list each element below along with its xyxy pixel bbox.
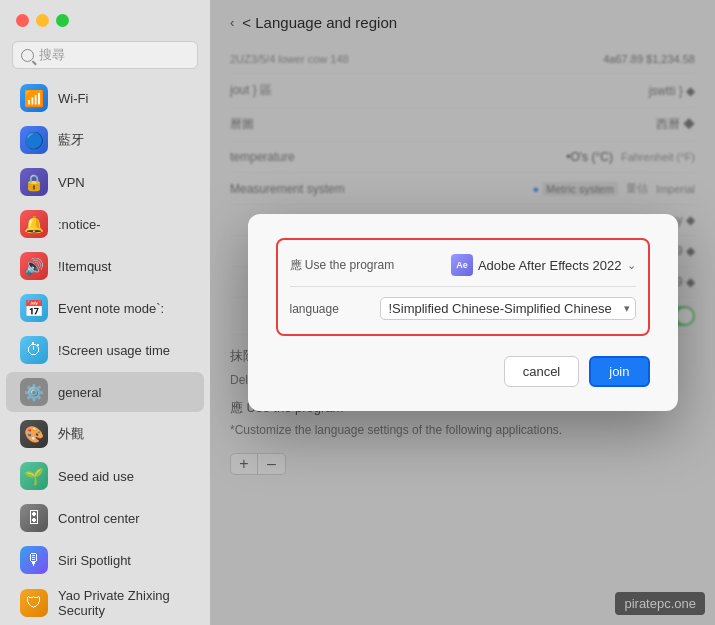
sidebar-item-seed[interactable]: 🌱 Seed aid use <box>6 456 204 496</box>
cancel-button[interactable]: cancel <box>504 356 580 387</box>
sidebar-item-yao[interactable]: 🛡 Yao Private Zhixing Security <box>6 582 204 624</box>
sidebar-label-wifi: Wi-Fi <box>58 91 88 106</box>
maximize-button[interactable] <box>56 14 69 27</box>
sidebar-item-bluetooth[interactable]: 🔵 藍牙 <box>6 120 204 160</box>
yao-icon: 🛡 <box>20 589 48 617</box>
sidebar-item-event[interactable]: 📅 Event note mode`: <box>6 288 204 328</box>
dialog-buttons: cancel join <box>276 356 650 387</box>
traffic-lights <box>0 0 210 37</box>
event-icon: 📅 <box>20 294 48 322</box>
language-select-container[interactable]: !Simplified Chinese-Simplified Chinese <box>380 297 636 320</box>
sidebar-label-yao: Yao Private Zhixing Security <box>58 588 190 618</box>
join-button[interactable]: join <box>589 356 649 387</box>
chevron-down-icon: ⌄ <box>627 259 636 272</box>
program-field-group: 應 Use the program Ae Adobe After Effects… <box>276 238 650 336</box>
siri-icon: 🎙 <box>20 546 48 574</box>
sidebar-label-control: Control center <box>58 511 140 526</box>
sidebar-label-general: general <box>58 385 101 400</box>
language-select[interactable]: !Simplified Chinese-Simplified Chinese <box>380 297 636 320</box>
app-name-display: Adobe After Effects 2022 <box>478 258 622 273</box>
sidebar-item-sound[interactable]: 🔊 !Itemqust <box>6 246 204 286</box>
main-content: ‹ < Language and region 2UZ3/5/4 lower c… <box>210 0 715 625</box>
vpn-icon: 🔒 <box>20 168 48 196</box>
app-select-value[interactable]: Ae Adobe After Effects 2022 ⌄ <box>451 254 636 276</box>
sidebar: 搜尋 📶 Wi-Fi 🔵 藍牙 🔒 VPN 🔔 :notice- 🔊 !Item… <box>0 0 210 625</box>
search-icon <box>21 49 34 62</box>
sidebar-item-vpn[interactable]: 🔒 VPN <box>6 162 204 202</box>
sidebar-label-event: Event note mode`: <box>58 301 164 316</box>
sidebar-label-bluetooth: 藍牙 <box>58 131 84 149</box>
notice-icon: 🔔 <box>20 210 48 238</box>
sidebar-item-appear[interactable]: 🎨 外觀 <box>6 414 204 454</box>
sidebar-item-control[interactable]: 🎛 Control center <box>6 498 204 538</box>
sidebar-item-notice[interactable]: 🔔 :notice- <box>6 204 204 244</box>
close-button[interactable] <box>16 14 29 27</box>
language-row: language !Simplified Chinese-Simplified … <box>290 293 636 324</box>
appear-icon: 🎨 <box>20 420 48 448</box>
sidebar-label-vpn: VPN <box>58 175 85 190</box>
sound-icon: 🔊 <box>20 252 48 280</box>
control-icon: 🎛 <box>20 504 48 532</box>
sidebar-item-general[interactable]: ⚙️ general <box>6 372 204 412</box>
sidebar-label-siri: Siri Spotlight <box>58 553 131 568</box>
language-label: language <box>290 302 339 316</box>
sidebar-item-screen[interactable]: ⏱ !Screen usage time <box>6 330 204 370</box>
use-program-label: 應 Use the program <box>290 257 395 274</box>
dialog: 應 Use the program Ae Adobe After Effects… <box>248 214 678 411</box>
sidebar-label-seed: Seed aid use <box>58 469 134 484</box>
sidebar-label-sound: !Itemqust <box>58 259 111 274</box>
sidebar-label-appear: 外觀 <box>58 425 84 443</box>
wifi-icon: 📶 <box>20 84 48 112</box>
app-select-row: 應 Use the program Ae Adobe After Effects… <box>290 250 636 280</box>
ae-app-icon: Ae <box>451 254 473 276</box>
search-placeholder: 搜尋 <box>39 46 65 64</box>
bluetooth-icon: 🔵 <box>20 126 48 154</box>
sidebar-item-siri[interactable]: 🎙 Siri Spotlight <box>6 540 204 580</box>
screen-icon: ⏱ <box>20 336 48 364</box>
search-box[interactable]: 搜尋 <box>12 41 198 69</box>
modal-overlay: 應 Use the program Ae Adobe After Effects… <box>210 0 715 625</box>
minimize-button[interactable] <box>36 14 49 27</box>
sidebar-label-screen: !Screen usage time <box>58 343 170 358</box>
seed-icon: 🌱 <box>20 462 48 490</box>
general-icon: ⚙️ <box>20 378 48 406</box>
sidebar-label-notice: :notice- <box>58 217 101 232</box>
sidebar-item-wifi[interactable]: 📶 Wi-Fi <box>6 78 204 118</box>
field-divider <box>290 286 636 287</box>
